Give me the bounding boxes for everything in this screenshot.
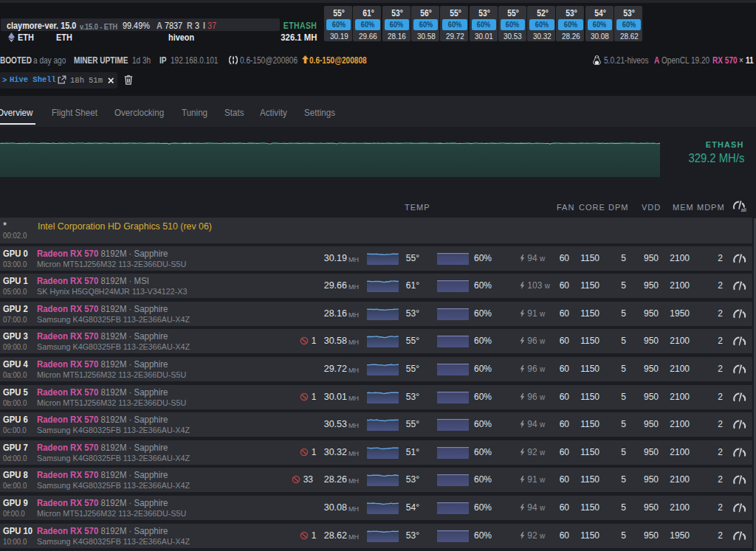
svg-text:all: all	[741, 207, 746, 212]
